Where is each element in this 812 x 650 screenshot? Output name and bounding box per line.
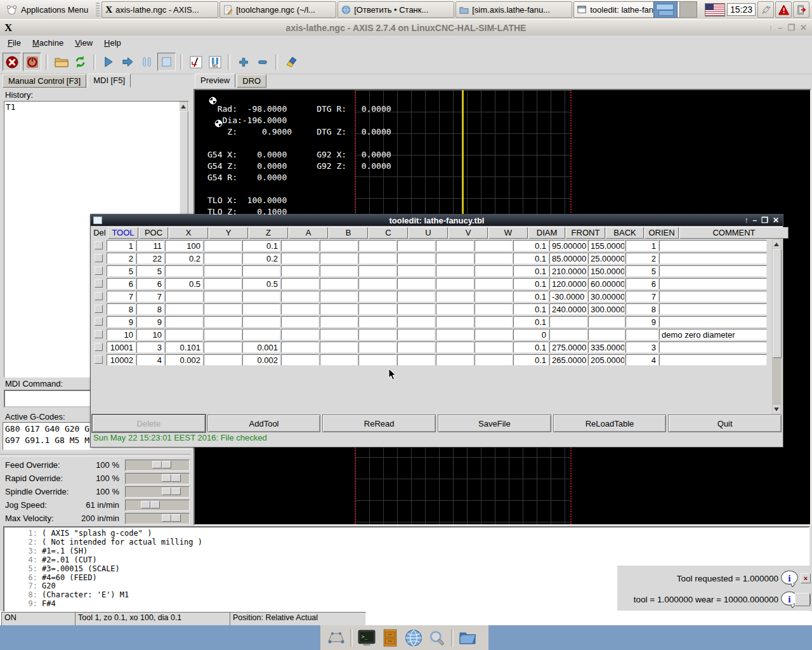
scroll-up-icon[interactable]: [773, 240, 780, 248]
estop-button[interactable]: [3, 53, 21, 71]
table-cell[interactable]: [242, 329, 280, 340]
pause-button[interactable]: [138, 53, 155, 70]
table-cell[interactable]: 0.1: [513, 291, 549, 302]
taskbar-window-button[interactable]: [toolchange.ngc (~/l...: [219, 1, 336, 18]
table-cell[interactable]: [242, 303, 280, 315]
keyboard-layout-flag-icon[interactable]: [705, 3, 725, 17]
table-cell[interactable]: [204, 329, 242, 340]
table-cell[interactable]: 0.1: [513, 354, 549, 366]
table-cell[interactable]: [659, 342, 767, 353]
table-cell[interactable]: [242, 265, 280, 277]
table-cell[interactable]: [281, 316, 319, 328]
table-cell[interactable]: [281, 303, 319, 315]
table-cell[interactable]: [659, 354, 767, 366]
table-cell[interactable]: [659, 316, 767, 328]
close-button[interactable]: ✕: [773, 216, 779, 225]
table-cell[interactable]: 0.2: [242, 253, 280, 264]
delete-checkbox[interactable]: [95, 343, 103, 351]
delete-checkbox[interactable]: [95, 305, 103, 313]
table-cell[interactable]: [358, 329, 396, 340]
table-cell[interactable]: 30.00000: [588, 291, 625, 302]
table-cell[interactable]: [281, 329, 319, 340]
table-cell[interactable]: [358, 253, 396, 264]
table-cell[interactable]: [475, 342, 513, 353]
table-cell[interactable]: [320, 240, 358, 251]
table-cell[interactable]: [358, 316, 396, 328]
table-cell[interactable]: [475, 240, 513, 251]
table-cell[interactable]: 6: [107, 278, 136, 289]
table-cell[interactable]: [358, 265, 396, 277]
delete-checkbox[interactable]: [95, 330, 103, 338]
machine-power-button[interactable]: [23, 53, 41, 71]
delete-checkbox[interactable]: [95, 279, 103, 288]
table-cell[interactable]: [549, 329, 587, 340]
table-cell[interactable]: 0.1: [513, 278, 549, 289]
run-button[interactable]: [100, 53, 117, 70]
table-cell[interactable]: 0.5: [165, 278, 203, 289]
table-cell[interactable]: [436, 342, 474, 353]
open-file-button[interactable]: [53, 53, 70, 70]
table-cell[interactable]: [659, 291, 767, 302]
table-cell[interactable]: [281, 354, 319, 366]
gcode-line[interactable]: 1:( AXIS "splash g-code" ): [4, 529, 809, 538]
table-cell[interactable]: 210.0000: [549, 265, 587, 277]
axis-titlebar[interactable]: X axis-lathe.ngc - AXIS 2.7.4 on LinuxCN…: [0, 20, 812, 36]
table-cell[interactable]: [397, 253, 435, 264]
table-cell[interactable]: 9: [625, 316, 658, 328]
table-cell[interactable]: 1: [107, 240, 136, 251]
file-cabinet-launcher[interactable]: [381, 628, 400, 647]
table-cell[interactable]: 7: [625, 291, 658, 302]
taskbar-window-button[interactable]: Xaxis-lathe.ngc - AXIS...: [102, 1, 218, 18]
table-cell[interactable]: [397, 278, 435, 289]
gcode-line[interactable]: 3:#1=.1 (SH): [4, 547, 809, 556]
scroll-down-icon[interactable]: [773, 405, 780, 413]
table-cell[interactable]: [588, 316, 625, 328]
logout-tray-button[interactable]: [793, 1, 809, 18]
table-cell[interactable]: 5: [136, 265, 164, 277]
zoom-in-button[interactable]: [235, 53, 252, 70]
table-cell[interactable]: [436, 354, 474, 366]
stop-button[interactable]: [157, 53, 176, 71]
tooledit-titlebar[interactable]: tooledit: lathe-fanucy.tbl ↑ – ❐ ✕: [91, 215, 783, 226]
table-cell[interactable]: [281, 240, 319, 251]
table-cell[interactable]: [436, 240, 474, 251]
minimize-button[interactable]: –: [778, 23, 782, 32]
table-cell[interactable]: [475, 329, 513, 340]
tab-mdi-f5-[interactable]: MDI [F5]: [88, 74, 131, 88]
table-cell[interactable]: [625, 329, 658, 340]
table-cell[interactable]: [204, 342, 242, 353]
search-launcher[interactable]: [428, 628, 447, 647]
table-cell[interactable]: 5: [107, 265, 136, 277]
applications-menu-button[interactable]: Applications Menu: [0, 0, 95, 19]
table-cell[interactable]: [475, 278, 513, 289]
table-cell[interactable]: [281, 291, 319, 302]
delete-checkbox[interactable]: [95, 254, 103, 262]
maximize-button[interactable]: ❐: [787, 23, 795, 32]
delete-button[interactable]: Delete: [92, 415, 206, 432]
slider-handle[interactable]: [162, 488, 181, 495]
table-cell[interactable]: 0.1: [513, 240, 549, 251]
table-cell[interactable]: [397, 316, 435, 328]
table-cell[interactable]: 6: [136, 278, 164, 289]
table-cell[interactable]: [436, 303, 474, 315]
table-cell[interactable]: 0.002: [165, 354, 203, 366]
table-cell[interactable]: demo zero diameter: [659, 329, 767, 340]
table-cell[interactable]: 8: [625, 303, 658, 315]
gcode-line[interactable]: 4:#2=.01 (CUT): [4, 556, 809, 565]
tab-dro[interactable]: DRO: [237, 74, 266, 88]
override-slider[interactable]: [125, 473, 190, 484]
override-slider[interactable]: [125, 460, 190, 471]
table-cell[interactable]: 7: [136, 291, 164, 302]
table-cell[interactable]: [204, 354, 242, 366]
table-cell[interactable]: 0.1: [513, 342, 549, 353]
override-slider[interactable]: [125, 513, 190, 524]
workspace-switcher-2[interactable]: [679, 1, 697, 18]
taskbar-window-button[interactable]: [sim.axis.lathe-fanu...: [455, 1, 572, 18]
delete-checkbox[interactable]: [95, 267, 103, 275]
clear-plot-button[interactable]: [282, 53, 299, 70]
table-cell[interactable]: [549, 316, 587, 328]
table-cell[interactable]: [397, 329, 435, 340]
table-cell[interactable]: 4: [136, 354, 164, 366]
table-cell[interactable]: [397, 291, 435, 302]
table-cell[interactable]: [320, 265, 358, 277]
